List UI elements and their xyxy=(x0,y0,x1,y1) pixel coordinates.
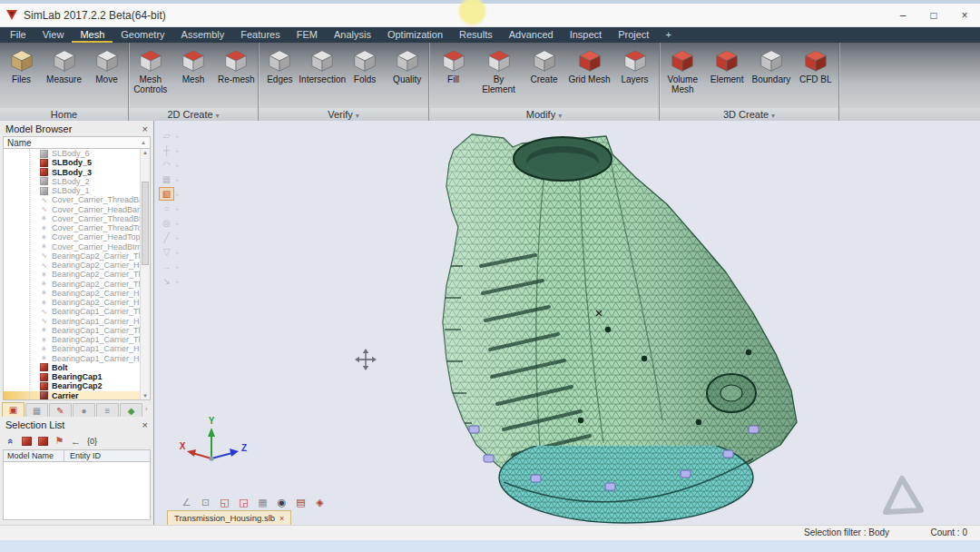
quality-button[interactable]: Quality xyxy=(386,47,428,85)
tree-item[interactable]: ∿ BearingCap1_Carrier_Thread.. xyxy=(4,307,150,316)
scroll-down-icon[interactable]: ▼ xyxy=(141,393,150,399)
ribbon-group-modify[interactable]: Modify▾ xyxy=(429,108,659,121)
tree-item[interactable]: BearingCap1 xyxy=(4,372,150,381)
close-icon[interactable]: × xyxy=(142,419,148,430)
zoom-freehand-icon[interactable]: ◲ xyxy=(237,496,250,509)
menu-assembly[interactable]: Assembly xyxy=(173,27,233,43)
boundary-button[interactable]: Boundary xyxy=(750,47,792,85)
tree-item[interactable]: ✳ BearingCap1_Carrier_Thread.. xyxy=(4,326,150,335)
display-tab[interactable]: ◆ xyxy=(120,403,142,417)
file-tab[interactable]: Transmission_Housing.slb × xyxy=(167,510,291,525)
create-button[interactable]: Create xyxy=(523,47,565,85)
selection-count[interactable]: {0} xyxy=(87,436,97,447)
tree-item[interactable]: ∿ Cover_Carrier_ThreadBar xyxy=(4,195,150,204)
ribbon-group-home[interactable]: Home▾ xyxy=(0,108,128,121)
menu-features[interactable]: Features xyxy=(232,27,288,43)
tree-item[interactable]: ∿ BearingCap1_Carrier_HeadBar xyxy=(4,317,150,326)
tree-item[interactable]: ✳ Cover_Carrier_ThreadTopRBE xyxy=(4,223,150,232)
model-mesh[interactable] xyxy=(443,134,797,523)
selection-list-body[interactable] xyxy=(3,462,151,520)
menu-results[interactable]: Results xyxy=(451,27,501,43)
direction-tool-icon[interactable]: → xyxy=(160,261,173,272)
layer-stack-icon[interactable]: ▤ xyxy=(294,496,308,509)
node-tool-icon[interactable]: ┼ xyxy=(160,144,173,156)
tree-item[interactable]: ✳ BearingCap1_Carrier_HeadT.. xyxy=(4,344,150,353)
menu-add[interactable]: + xyxy=(657,27,679,43)
zoom-window-icon[interactable]: ◱ xyxy=(218,496,231,509)
tree-item[interactable]: ✳ BearingCap1_Carrier_Thread.. xyxy=(4,335,150,344)
re-mesh-button[interactable]: Re-mesh xyxy=(215,47,258,85)
intersection-button[interactable]: Intersection xyxy=(301,47,344,85)
tree-item[interactable]: ∿ BearingCap2_Carrier_HeadBar xyxy=(4,261,150,270)
wireframe-cube-icon[interactable]: ▦ xyxy=(256,496,270,509)
subtract-body-icon[interactable] xyxy=(38,437,48,446)
edges-button[interactable]: Edges xyxy=(259,47,301,85)
tree-item[interactable]: ✳ Cover_Carrier_HeadTopRBE xyxy=(4,232,150,242)
collapse-icon[interactable]: « xyxy=(5,436,16,446)
layers-button[interactable]: Layers xyxy=(613,47,656,85)
tree-item[interactable]: ∿ Cover_Carrier_HeadBar xyxy=(4,205,150,214)
tree-scrollbar[interactable]: ▲ ▼ xyxy=(140,149,150,399)
close-icon[interactable]: × xyxy=(142,123,148,134)
menu-file[interactable]: File xyxy=(2,27,34,43)
ribbon-group-verify[interactable]: Verify▾ xyxy=(259,108,428,121)
tab-overflow-icon[interactable]: › xyxy=(145,406,147,412)
tree-item[interactable]: SLBody_5 xyxy=(4,158,150,167)
tree-item[interactable]: ✳ BearingCap2_Carrier_Thread.. xyxy=(4,270,150,279)
menu-optimization[interactable]: Optimization xyxy=(379,27,451,43)
markup-tab[interactable]: ✎ xyxy=(49,403,72,417)
pointer-tool-icon[interactable]: ▱ xyxy=(160,130,173,142)
close-button[interactable]: × xyxy=(949,4,980,27)
tree-item[interactable]: ✳ BearingCap1_Carrier_HeadBt.. xyxy=(4,354,150,363)
triangle-tool-icon[interactable]: ▽ xyxy=(160,246,173,258)
viewport-canvas[interactable]: Y X Z xyxy=(154,121,980,525)
assembly-tab[interactable]: ▣ xyxy=(2,402,24,417)
tree-item[interactable]: SLBody_1 xyxy=(4,186,150,195)
menu-geometry[interactable]: Geometry xyxy=(113,27,172,43)
fill-button[interactable]: Fill xyxy=(432,47,475,85)
visibility-eye-icon[interactable]: ◉ xyxy=(275,496,289,509)
back-arrow-icon[interactable]: ← xyxy=(71,436,81,447)
target-tool-icon[interactable]: ◎ xyxy=(160,217,173,229)
files-button[interactable]: Files xyxy=(0,47,43,85)
element-button[interactable]: Element xyxy=(706,47,749,85)
group-tab[interactable]: ≡ xyxy=(96,403,119,417)
tree-item[interactable]: ✳ BearingCap2_Carrier_Thread.. xyxy=(4,280,150,289)
ribbon-group-3d-create[interactable]: 3D Create▾ xyxy=(660,108,838,121)
mesh-controls-button[interactable]: Mesh Controls xyxy=(129,47,172,94)
measure-button[interactable]: Measure xyxy=(43,47,85,85)
tree-item[interactable]: BearingCap2 xyxy=(4,381,150,390)
tree-item[interactable]: Bolt xyxy=(4,363,150,372)
mesh-cube-icon[interactable]: ▦ xyxy=(160,173,173,185)
menu-view[interactable]: View xyxy=(34,27,73,43)
menu-project[interactable]: Project xyxy=(610,27,657,43)
by-element-button[interactable]: By Element xyxy=(477,47,520,94)
menu-mesh[interactable]: Mesh xyxy=(72,27,113,43)
scroll-thumb[interactable] xyxy=(142,182,149,265)
measure-angle-icon[interactable]: ∠ xyxy=(180,496,193,509)
maximize-button[interactable]: □ xyxy=(918,4,949,27)
tree-item[interactable]: Carrier xyxy=(4,391,150,400)
close-icon[interactable]: × xyxy=(279,514,284,523)
menu-inspect[interactable]: Inspect xyxy=(562,27,610,43)
entity-id-column[interactable]: Entity ID xyxy=(64,451,101,460)
cfd-bl-button[interactable]: CFD BL xyxy=(794,47,837,85)
volume-mesh-button[interactable]: Volume Mesh xyxy=(662,47,704,94)
shaded-cube-icon[interactable]: ▧ xyxy=(160,188,173,200)
model-name-column[interactable]: Model Name xyxy=(4,450,64,461)
folds-button[interactable]: Folds xyxy=(344,47,387,85)
tree-item[interactable]: ✳ BearingCap2_Carrier_HeadT.. xyxy=(4,289,150,298)
tree-item[interactable]: ∿ BearingCap2_Carrier_Thread.. xyxy=(4,251,150,261)
grid-mesh-button[interactable]: Grid Mesh xyxy=(568,47,611,85)
sphere-tab[interactable]: ● xyxy=(73,403,95,417)
sketch-arrow-icon[interactable]: ↘ xyxy=(160,275,173,287)
viewport[interactable]: ▱ ┼ ◠ ▦ ▧ ○ ◎ ╱ ▽ → ↘ xyxy=(154,121,980,525)
sphere-tool-icon[interactable]: ○ xyxy=(160,202,173,214)
scroll-up-icon[interactable]: ▲ xyxy=(141,150,150,155)
slice-tool-icon[interactable]: ╱ xyxy=(160,232,173,243)
menu-analysis[interactable]: Analysis xyxy=(326,27,379,43)
tree-item[interactable]: SLBody_3 xyxy=(4,168,150,177)
tree-item[interactable]: ✳ Cover_Carrier_ThreadBtmRBE xyxy=(4,214,150,223)
mesh-button[interactable]: Mesh xyxy=(172,47,215,85)
tree-item[interactable]: ✳ BearingCap2_Carrier_HeadBt.. xyxy=(4,298,150,307)
